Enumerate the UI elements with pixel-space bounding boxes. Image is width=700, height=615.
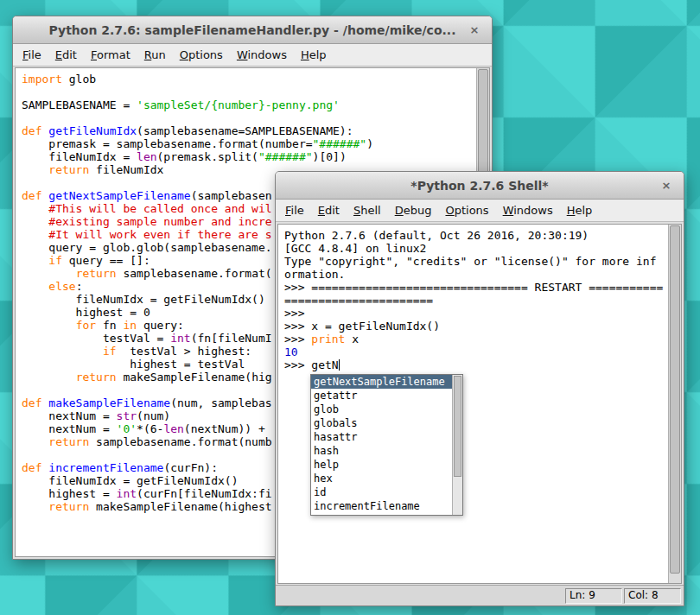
status-col-indicator: Col: 8 [624,588,681,604]
menu-debug[interactable]: Debug [388,201,439,219]
menu-options[interactable]: Options [438,201,495,219]
menu-format[interactable]: Format [84,46,137,64]
editor-titlebar[interactable]: Python 2.7.6: sampleFilenameHandler.py -… [13,16,492,44]
code-line: fileNumIdx = len(premask.split("######")… [22,150,474,163]
code-line: SAMPLEBASENAME = 'sampleSet/{number}-pen… [22,98,474,111]
menu-shell[interactable]: Shell [347,201,388,219]
autocomplete-item[interactable]: hash [311,444,452,458]
menu-file[interactable]: File [16,46,48,64]
shell-scrollbar-thumb[interactable] [670,225,680,574]
menu-run[interactable]: Run [137,46,173,64]
code-line: premask = samplebasename.format(number="… [22,137,474,150]
menu-edit[interactable]: Edit [48,46,84,64]
code-line: import glob [22,73,474,86]
desktop: Python 2.7.6: sampleFilenameHandler.py -… [0,0,700,615]
autocomplete-list: getNextSampleFilenamegetattrglobglobalsh… [311,375,452,515]
autocomplete-item[interactable]: help [311,458,452,472]
autocomplete-item[interactable]: globals [311,416,452,430]
autocomplete-popup: getNextSampleFilenamegetattrglobglobalsh… [310,374,463,516]
menu-help[interactable]: Help [294,46,334,64]
autocomplete-item[interactable]: getattr [311,389,452,403]
autocomplete-item[interactable]: incrementFilename [311,499,452,513]
code-line: ormation. [284,268,665,281]
editor-window-title: Python 2.7.6: sampleFilenameHandler.py -… [48,23,455,37]
autocomplete-item[interactable]: getNextSampleFilename [311,375,452,389]
close-icon[interactable]: × [659,179,673,193]
autocomplete-item[interactable]: id [311,485,452,499]
autocomplete-item[interactable]: hex [311,472,452,485]
menu-edit[interactable]: Edit [311,201,347,219]
code-line [22,111,474,124]
code-line: 10 [284,346,665,358]
autocomplete-scrollbar-thumb[interactable] [454,376,461,477]
code-line: >>> getN [284,358,665,371]
code-line: Python 2.7.6 (default, Oct 26 2016, 20:3… [284,229,665,242]
shell-menubar: FileEditShellDebugOptionsWindowsHelp [276,200,684,222]
editor-menubar: FileEditFormatRunOptionsWindowsHelp [13,44,492,67]
menu-options[interactable]: Options [173,46,230,64]
text-cursor [339,359,340,371]
autocomplete-item[interactable]: glob [311,403,452,416]
menu-windows[interactable]: Windows [230,46,294,64]
autocomplete-item[interactable]: hasattr [311,430,452,444]
shell-window-title: *Python 2.7.6 Shell* [410,179,548,193]
shell-scrollbar[interactable] [668,225,681,583]
code-line: ====================== [284,294,665,307]
code-line: >>> x = getFileNumIdx() [284,320,665,333]
code-line: >>> print x [284,333,665,346]
code-line: >>> [284,307,665,320]
shell-window: *Python 2.7.6 Shell* × FileEditShellDebu… [275,171,684,606]
code-line: Type "copyright", "credits" or "license(… [284,255,665,268]
autocomplete-scrollbar[interactable] [452,375,462,515]
shell-lines: Python 2.7.6 (default, Oct 26 2016, 20:3… [284,229,665,371]
menu-file[interactable]: File [278,201,311,219]
status-line-indicator: Ln: 9 [565,588,622,604]
menu-help[interactable]: Help [560,201,600,219]
code-line: def getFileNumIdx(samplebasename=SAMPLEB… [22,124,474,137]
shell-titlebar[interactable]: *Python 2.7.6 Shell* × [276,172,684,200]
code-line: >>> ================================ RES… [284,281,665,294]
menu-windows[interactable]: Windows [496,201,560,219]
code-line [22,86,474,98]
close-icon[interactable]: × [468,23,481,37]
code-line: [GCC 4.8.4] on linux2 [284,242,665,255]
shell-statusbar: Ln: 9 Col: 8 [276,585,684,605]
